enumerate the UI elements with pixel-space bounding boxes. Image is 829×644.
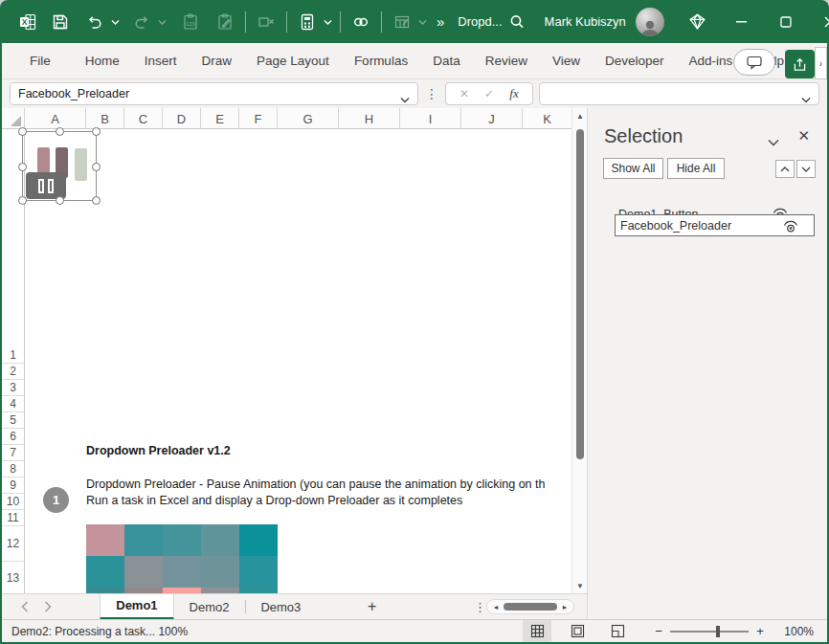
table-format-dropdown-chevron[interactable] [416,8,429,36]
new-sheet-button[interactable]: + [362,598,382,615]
undo-button[interactable] [80,8,109,36]
tab-page-layout[interactable]: Page Layout [244,43,342,79]
selection-handle-se[interactable] [92,196,101,205]
maximize-button[interactable] [764,0,808,43]
horizontal-scrollbar[interactable]: ◄ ► [486,599,574,614]
row-header-5[interactable]: 5 [2,412,24,429]
row-header-2[interactable]: 2 [2,364,24,380]
selection-handle-ne[interactable] [92,127,101,136]
minimize-button[interactable] [720,0,764,43]
column-header-e[interactable]: E [201,108,239,129]
user-name[interactable]: Mark Kubiszyn [545,14,626,29]
name-box-input[interactable] [11,87,384,100]
selection-handle-e[interactable] [92,163,101,171]
formula-input-field[interactable] [540,83,804,104]
tab-view[interactable]: View [540,43,593,79]
sheet-nav-left-chevron[interactable] [13,594,36,620]
column-header-c[interactable]: C [124,108,163,129]
selection-handle-s[interactable] [56,196,64,205]
visibility-eye-icon[interactable] [782,220,799,237]
formula-bar-drag-handle[interactable]: ⋮ [418,86,445,101]
delete-cells-icon[interactable] [252,8,280,36]
formula-bar-expand-chevron[interactable] [801,90,811,107]
horizontal-scroll-thumb[interactable] [504,603,557,611]
tab-developer[interactable]: Developer [593,43,677,79]
cancel-entry-button[interactable]: ✕ [452,87,477,100]
tab-formulas[interactable]: Formulas [342,43,420,79]
share-more-chevron[interactable]: › [815,47,827,79]
tab-insert[interactable]: Insert [132,43,190,79]
column-header-f[interactable]: F [239,108,278,129]
row-header-3[interactable]: 3 [2,380,24,396]
formula-input[interactable] [539,82,819,105]
row-header-7[interactable]: 7 [2,445,24,461]
column-header-b[interactable]: B [86,108,124,129]
pane-close-icon[interactable]: ✕ [797,127,810,144]
selection-handle-w[interactable] [18,163,27,171]
zoom-slider[interactable] [670,631,749,633]
bring-forward-button[interactable] [775,160,795,178]
redo-button[interactable] [127,8,156,36]
document-title[interactable]: Dropd... [458,14,502,29]
column-header-d[interactable]: D [163,108,201,129]
selected-picture-facebook-preloader[interactable] [22,131,97,201]
zoom-level[interactable]: 100% [772,625,814,638]
row-header-6[interactable]: 6 [2,429,24,445]
hscroll-left-arrow[interactable]: ◄ [491,604,501,611]
zoom-slider-thumb[interactable] [716,626,720,637]
row-header-11[interactable]: 11 [2,510,24,526]
zoom-in-button[interactable]: + [749,624,772,638]
tab-data[interactable]: Data [420,43,473,79]
page-layout-view-button[interactable] [563,620,592,642]
pane-collapse-chevron[interactable] [768,133,779,150]
tab-review[interactable]: Review [473,43,540,79]
page-break-preview-button[interactable] [603,620,632,642]
row-header-12[interactable]: 12 [2,526,24,562]
column-header-j[interactable]: J [461,108,523,129]
sheet-tab-demo2[interactable]: Demo2 [174,594,245,620]
calculator-dropdown-chevron[interactable] [322,8,334,36]
diamond-icon[interactable] [683,8,712,36]
qat-overflow-icon[interactable]: » [437,13,444,30]
sheet-tab-demo1[interactable]: Demo1 [100,594,173,620]
column-header-g[interactable]: G [278,108,339,129]
share-button[interactable] [785,50,815,78]
selection-handle-sw[interactable] [18,196,27,205]
table-format-icon[interactable] [388,8,416,36]
column-header-h[interactable]: H [339,108,400,129]
column-header-k[interactable]: K [523,108,571,129]
sheet-tab-options-dots[interactable]: ⋮ [474,600,486,614]
close-button[interactable] [808,0,829,43]
name-box[interactable] [10,82,418,105]
row-header-1[interactable]: 1 [2,347,24,364]
send-backward-button[interactable] [796,160,816,178]
selection-handle-n[interactable] [56,127,64,136]
hide-all-button[interactable]: Hide All [667,158,725,179]
redo-dropdown-chevron[interactable] [156,8,168,36]
zoom-out-button[interactable]: − [647,624,670,638]
row-header-9[interactable]: 9 [2,477,24,494]
name-box-chevron[interactable] [400,90,410,107]
normal-view-button[interactable] [523,620,551,642]
undo-dropdown-chevron[interactable] [109,8,122,36]
save-button[interactable] [46,8,75,36]
column-header-i[interactable]: I [400,108,461,129]
comments-button[interactable] [733,49,775,76]
row-header-8[interactable]: 8 [2,461,24,477]
sheet-canvas[interactable]: 1 Dropdown Preloader v1.2 Dropdown Prelo… [25,129,571,593]
scroll-up-arrow[interactable]: ▲ [572,108,588,123]
tab-draw[interactable]: Draw [190,43,245,79]
hscroll-right-arrow[interactable]: ► [560,604,570,611]
row-header-4[interactable]: 4 [2,396,24,412]
tab-home[interactable]: Home [73,43,132,79]
clipboard-pen-icon[interactable] [211,8,239,36]
row-header-13[interactable]: 13 [2,562,24,593]
selection-handle-nw[interactable] [18,127,27,136]
tab-file[interactable]: File [17,43,63,79]
sheet-tab-demo3[interactable]: Demo3 [245,594,316,620]
paste-values-icon[interactable]: 123 [176,8,205,36]
search-icon[interactable] [503,8,531,36]
insert-function-button[interactable]: fx [502,86,527,101]
vertical-scroll-thumb[interactable] [576,129,584,459]
row-header-10[interactable]: 10 [2,494,24,510]
